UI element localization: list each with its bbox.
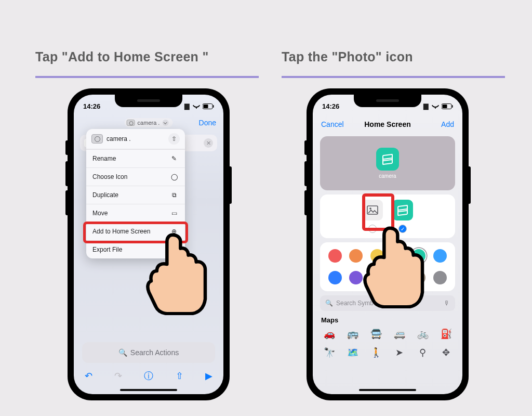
- symbol-nav-icon[interactable]: ➤: [395, 347, 403, 358]
- symbol-bus2-icon[interactable]: 🚍: [370, 328, 382, 340]
- info-button[interactable]: ⓘ: [144, 370, 153, 382]
- duplicate-icon: ⧉: [169, 191, 179, 199]
- app-name-label: camera: [379, 173, 396, 179]
- phone-right: 14:26 ䷀ Cancel Home Screen Add camera: [307, 88, 469, 400]
- camera-icon: [127, 120, 135, 126]
- symbol-fuel-icon[interactable]: ⛽: [441, 328, 452, 340]
- symbol-binoc-icon[interactable]: 🔭: [324, 347, 335, 358]
- color-swatch[interactable]: [433, 271, 447, 284]
- menu-title: camera .: [107, 135, 131, 142]
- cancel-button[interactable]: Cancel: [321, 120, 344, 128]
- icon-placeholder-icon: ◯: [169, 173, 179, 180]
- color-swatch[interactable]: [391, 249, 405, 263]
- symbol-van-icon[interactable]: 🚐: [394, 328, 405, 340]
- svg-point-9: [369, 207, 371, 210]
- symbol-bike-icon[interactable]: 🚲: [417, 328, 429, 340]
- symbol-pin-icon[interactable]: ⚲: [419, 347, 426, 358]
- symbols-section-header: Maps: [320, 314, 455, 328]
- menu-add-home-screen[interactable]: Add to Home Screen ⊕: [86, 222, 185, 240]
- undo-button[interactable]: ↶: [85, 370, 92, 382]
- color-swatch-card: [320, 242, 455, 291]
- phone-left: 14:26 ䷀ camera . Done ↗ O ✕: [68, 88, 230, 400]
- redo-button[interactable]: ↷: [114, 370, 122, 382]
- svg-rect-2: [204, 105, 208, 108]
- dictation-icon[interactable]: 🎙: [444, 300, 450, 307]
- camera-icon: [91, 134, 103, 144]
- status-time: 14:26: [322, 102, 339, 110]
- menu-rename[interactable]: Rename ✎: [86, 149, 185, 167]
- right-instruction: Tap the "Photo" icon: [282, 49, 505, 78]
- color-swatch[interactable]: [328, 271, 342, 284]
- done-button[interactable]: Done: [199, 119, 216, 127]
- shortcut-title-chip[interactable]: camera .: [125, 118, 173, 127]
- shortcuts-glyph-icon: [397, 205, 408, 215]
- search-symbols-input[interactable]: 🔍 Search Symbols 🎙: [320, 295, 455, 311]
- icon-source-card: ✓: [320, 194, 455, 238]
- color-swatch[interactable]: [391, 271, 405, 284]
- photo-radio[interactable]: [368, 225, 377, 233]
- color-swatch[interactable]: [370, 271, 384, 284]
- svg-point-4: [435, 108, 436, 109]
- symbol-car-icon[interactable]: 🚗: [324, 328, 335, 340]
- icon-preview-card: camera: [320, 136, 455, 190]
- symbol-walk-icon[interactable]: 🚶: [370, 347, 382, 358]
- shortcut-title: camera .: [138, 120, 160, 126]
- run-button[interactable]: ▶: [205, 370, 212, 382]
- color-swatch[interactable]: [328, 249, 342, 263]
- chevron-down-icon: [162, 120, 168, 126]
- color-swatch[interactable]: [412, 271, 425, 284]
- search-actions-placeholder: Search Actions: [130, 348, 179, 357]
- share-icon[interactable]: ⇧: [168, 133, 180, 145]
- symbol-map-icon[interactable]: 🗺️: [347, 347, 358, 358]
- color-swatch[interactable]: [433, 249, 447, 263]
- menu-duplicate[interactable]: Duplicate ⧉: [86, 186, 185, 204]
- shortcut-context-menu: camera . ⇧ Rename ✎ Choose Icon ◯ Duplic…: [86, 129, 185, 258]
- status-time: 14:26: [83, 102, 100, 110]
- export-icon: ⇧: [169, 246, 179, 253]
- color-swatch[interactable]: [349, 271, 363, 284]
- shortcuts-glyph-icon: [382, 154, 393, 164]
- color-swatch[interactable]: [349, 249, 363, 263]
- search-icon: 🔍: [325, 300, 333, 307]
- color-swatch-selected[interactable]: [412, 249, 425, 263]
- svg-rect-6: [443, 105, 447, 108]
- svg-point-0: [196, 108, 197, 109]
- remove-action-button[interactable]: ✕: [204, 138, 213, 148]
- photo-icon: [367, 205, 378, 215]
- status-indicators: ䷀: [184, 102, 214, 110]
- add-home-icon: ⊕: [169, 228, 179, 235]
- menu-move[interactable]: Move ▭: [86, 204, 185, 222]
- symbol-move-icon[interactable]: ✥: [442, 347, 450, 358]
- search-symbols-placeholder: Search Symbols: [336, 300, 381, 307]
- search-icon: 🔍: [118, 348, 127, 357]
- search-actions-input[interactable]: 🔍 Search Actions: [82, 342, 215, 363]
- editor-toolbar: ↶ ↷ ⓘ ⇧ ▶: [74, 366, 223, 386]
- menu-choose-icon[interactable]: Choose Icon ◯: [86, 167, 185, 186]
- symbols-grid: 🚗 🚌 🚍 🚐 🚲 ⛽ 🔭 🗺️ 🚶 ➤ ⚲ ✥: [320, 328, 455, 358]
- choose-photo-button[interactable]: [362, 200, 383, 220]
- menu-export-file[interactable]: Export File ⇧: [86, 240, 185, 258]
- pencil-icon: ✎: [169, 155, 179, 162]
- app-icon-preview: [376, 148, 399, 171]
- folder-icon: ▭: [169, 210, 179, 217]
- default-radio[interactable]: ✓: [398, 225, 407, 233]
- symbol-bus-icon[interactable]: 🚌: [347, 328, 358, 340]
- share-button[interactable]: ⇧: [176, 370, 183, 382]
- add-button[interactable]: Add: [441, 120, 454, 128]
- status-indicators: ䷀: [423, 102, 453, 110]
- svg-rect-7: [452, 105, 453, 108]
- default-icon-button[interactable]: [392, 200, 413, 220]
- modal-title: Home Screen: [364, 120, 410, 128]
- left-instruction: Tap "Add to Home Screen ": [35, 49, 259, 78]
- svg-rect-3: [213, 105, 214, 108]
- color-swatch[interactable]: [370, 249, 384, 263]
